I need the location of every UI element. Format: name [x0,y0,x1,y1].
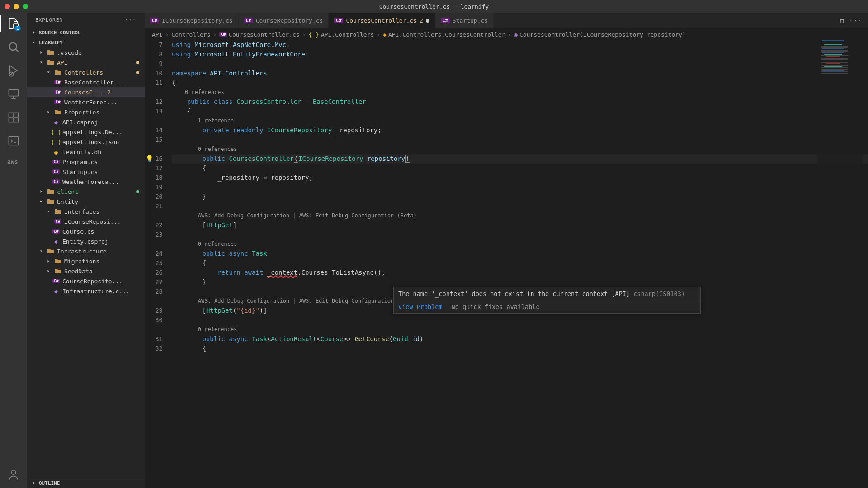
code-editor[interactable]: 7891011 1213 1415 💡161718192021 2223 242… [145,40,868,488]
tree-file-appsettings[interactable]: { }appsettings.json [27,137,145,147]
tree-folder-properties[interactable]: Properties [27,107,145,117]
aws-icon[interactable]: aws [7,158,20,171]
codelens-aws[interactable]: AWS: Add Debug Configuration | AWS: Edit… [198,298,417,304]
codelens[interactable]: 1 reference [198,117,234,124]
minimize-window-icon[interactable] [14,4,19,9]
chevron-down-icon [31,39,37,46]
csharp-file-icon: C# [441,18,450,23]
tree-file-appsettings-dev[interactable]: { }appsettings.De... [27,127,145,137]
more-icon[interactable]: ··· [125,17,137,23]
tree-file-coursereposito[interactable]: C#CourseReposito... [27,276,145,286]
code-token: Guid [393,335,408,343]
tab-coursescontroller[interactable]: C#CoursesController.cs2 [329,13,435,28]
codelens[interactable]: 0 references [185,89,224,95]
vsproj-icon: ◆ [52,238,60,245]
chevron-right-icon [31,29,37,36]
tree-file-weatherforecast[interactable]: C#WeatherForec... [27,97,145,107]
chevron-right-icon [31,480,37,486]
code-token: CoursesController [229,155,293,162]
tree-folder-interfaces[interactable]: Interfaces [27,206,145,216]
breadcrumb-part[interactable]: Controllers [171,31,210,38]
tree-file-infracsproj[interactable]: ◆Infrastructure.c... [27,286,145,296]
code-token: private [202,127,229,134]
explorer-badge: 1 [14,26,21,31]
tree-file-entitycsproj[interactable]: ◆Entity.csproj [27,236,145,246]
hover-error-code: csharp(CS0103) [633,290,685,297]
chevron-right-icon [38,49,44,56]
breadcrumb-part[interactable]: CoursesController(ICourseRepository repo… [519,31,686,38]
breadcrumb[interactable]: API› Controllers› C# CoursesController.c… [145,28,868,40]
code-token: async [229,250,248,257]
codelens[interactable]: 0 references [198,241,237,247]
tab-icourserepo[interactable]: C#ICourseRepository.cs [145,13,239,28]
view-problem-link[interactable]: View Problem [398,303,443,310]
tree-label: Course.cs [62,228,94,235]
search-icon[interactable] [7,41,20,53]
breadcrumb-part[interactable]: API [152,31,162,38]
extensions-icon[interactable] [7,111,20,124]
tree-label: Infrastructure.c... [62,288,130,295]
chevron-down-icon [38,248,44,254]
svg-rect-5 [14,113,18,117]
tree-label: client [57,188,78,195]
csharp-file-icon: C# [150,18,159,23]
csharp-file-icon: C# [244,18,253,23]
codelens[interactable]: 0 references [198,326,237,333]
tree-folder-entity[interactable]: Entity [27,197,145,206]
account-icon[interactable] [7,468,20,481]
tree-folder-api[interactable]: API [27,57,145,67]
explorer-icon[interactable]: 1 [7,17,20,30]
code-token: public [202,155,225,162]
tree-label: Controllers [64,69,103,76]
tab-courserepo[interactable]: C#CourseRepository.cs [239,13,329,28]
tree-file-learnifydb[interactable]: ◉learnify.db [27,147,145,157]
code-content[interactable]: using Microsoft.AspNetCore.Mvc; using Mi… [172,40,868,488]
tree-label: Interfaces [64,208,99,215]
close-window-icon[interactable] [5,4,10,9]
code-token: id [412,335,420,343]
tree-file-basecontroller[interactable]: C#BaseController... [27,77,145,87]
debug-icon[interactable] [7,64,20,77]
tree-file-course[interactable]: C#Course.cs [27,226,145,236]
tree-file-weatherforecast2[interactable]: C#WeatherForeca... [27,177,145,187]
titlebar: CoursesController.cs — learnify [0,0,868,13]
tab-startup[interactable]: C#Startup.cs [435,13,494,28]
tree-folder-migrations[interactable]: Migrations [27,256,145,266]
project-section[interactable]: LEARNIFY [27,38,145,47]
breadcrumb-part[interactable]: API.Controllers [321,31,374,38]
outline-section[interactable]: OUTLINE [27,478,145,488]
tree-label: .vscode [57,49,82,56]
editor-area: C#ICourseRepository.cs C#CourseRepositor… [145,13,868,488]
more-icon[interactable]: ··· [849,17,863,24]
remote-icon[interactable] [7,88,20,100]
tree-file-program[interactable]: C#Program.cs [27,157,145,167]
tree-folder-seeddata[interactable]: SeedData [27,266,145,276]
tree-file-icourserepo[interactable]: C#ICourseReposi... [27,216,145,226]
breadcrumb-part[interactable]: API.Controllers.CoursesController [388,31,505,38]
codelens-aws[interactable]: AWS: Add Debug Configuration | AWS: Edit… [198,212,417,219]
terminal-icon[interactable] [7,135,20,147]
section-label: OUTLINE [39,480,60,486]
tree-file-startup[interactable]: C#Startup.cs [27,167,145,177]
traffic-lights [5,4,28,9]
tree-folder-infrastructure[interactable]: Infrastructure [27,246,145,256]
tree-folder-controllers[interactable]: Controllers [27,67,145,77]
lightbulb-icon[interactable]: 💡 [146,155,153,162]
tree-folder-client[interactable]: client [27,187,145,197]
source-control-section[interactable]: SOURCE CONTROL [27,28,145,38]
minimap[interactable] [817,40,863,488]
breadcrumb-part[interactable]: CoursesController.cs [229,31,300,38]
tree-file-apicsproj[interactable]: ◆API.csproj [27,117,145,127]
code-token: } [172,278,206,286]
code-token: return [217,269,241,276]
database-icon: ◉ [52,148,60,155]
maximize-window-icon[interactable] [23,4,28,9]
tree-file-coursescontroller[interactable]: C#CoursesC...2 [27,87,145,97]
tree-folder-vscode[interactable]: .vscode [27,47,145,57]
codelens[interactable]: 0 references [198,146,237,152]
split-editor-icon[interactable]: ◫ [840,17,844,24]
code-token: Task [252,250,267,257]
method-icon: ◉ [514,31,518,38]
tab-label: CourseRepository.cs [256,17,323,24]
error-token: _context [267,269,297,276]
